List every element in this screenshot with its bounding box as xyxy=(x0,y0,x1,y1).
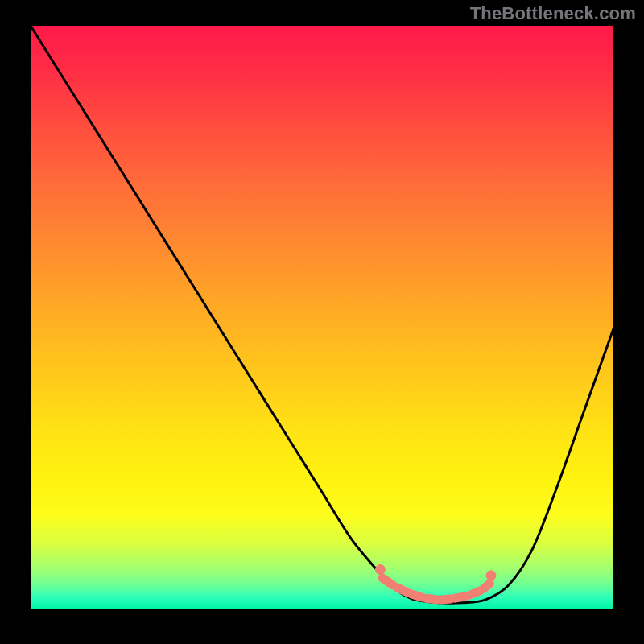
highlight-end-dot xyxy=(485,570,496,580)
highlight-dash xyxy=(426,598,436,600)
highlight-dash xyxy=(397,588,407,592)
watermark-text: TheBottleneck.com xyxy=(470,3,636,24)
highlight-dash xyxy=(382,578,393,585)
highlight-dash xyxy=(484,584,490,589)
bottleneck-curve-line xyxy=(31,26,613,603)
highlight-end-dot xyxy=(375,564,386,575)
highlight-dash xyxy=(441,599,452,600)
chart-container: TheBottleneck.com xyxy=(0,0,644,644)
curve-layer xyxy=(31,26,613,609)
plot-area xyxy=(31,26,613,609)
highlight-dash xyxy=(411,594,422,597)
highlight-dash xyxy=(456,597,466,599)
highlight-band-markers xyxy=(375,564,497,600)
highlight-dash xyxy=(470,591,481,595)
